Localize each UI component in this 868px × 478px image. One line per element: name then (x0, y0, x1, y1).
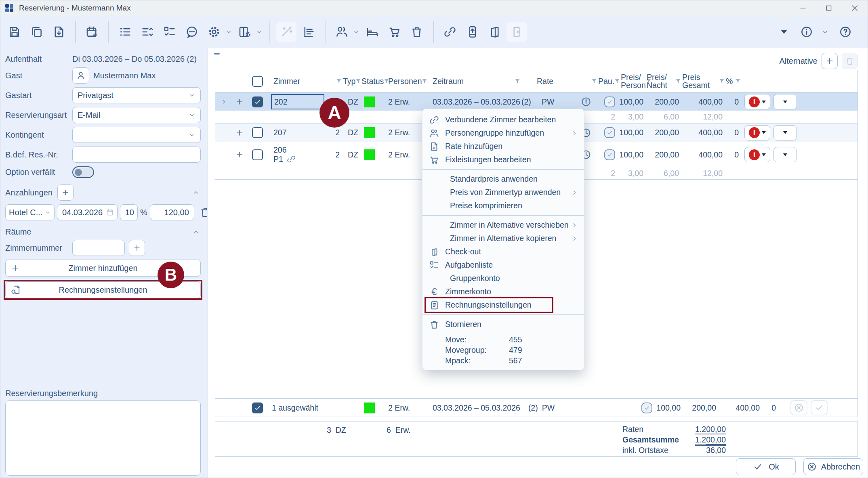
collapse-anzahlungen-icon[interactable] (192, 189, 200, 197)
col-typ[interactable]: Typ (343, 77, 355, 86)
menu-item-preis-von-zimmertyp[interactable]: Preis von Zimmertyp anwenden (422, 186, 584, 199)
shopping-cart-icon[interactable] (385, 22, 405, 42)
anzahlung-percent-input[interactable]: 10 (120, 204, 138, 220)
maximize-button[interactable] (816, 0, 842, 16)
selection-checkbox[interactable] (252, 403, 263, 413)
row-checkbox[interactable] (252, 96, 263, 107)
preis-person-cell[interactable]: 100,00 (621, 93, 647, 111)
chevron-down-icon[interactable] (225, 28, 233, 36)
prozent-cell[interactable]: 0 (726, 142, 742, 167)
col-preis-gesamt[interactable]: PreisGesamt (682, 73, 710, 90)
preis-nacht-cell[interactable]: 200,00 (647, 142, 682, 167)
add-alternative-button[interactable] (822, 53, 838, 69)
menu-item-alternative-kopieren[interactable]: Zimmer in Alternative kopieren (422, 232, 584, 245)
kontingent-select[interactable] (72, 127, 201, 143)
delete-icon[interactable] (407, 22, 427, 42)
menu-item-alternative-verschieben[interactable]: Zimmer in Alternative verschieben (422, 218, 584, 232)
anzahlung-date-input[interactable]: 04.03.2026 (57, 204, 118, 220)
apply-selection-button[interactable] (811, 400, 828, 415)
empty-dropdown[interactable] (773, 125, 797, 140)
bdef-res-nr-input[interactable] (72, 147, 201, 163)
preis-gesamt-cell[interactable]: 400,00 (682, 124, 726, 142)
splitter-grip[interactable] (214, 53, 220, 55)
anzahlung-amount-input[interactable]: 120,00 (150, 204, 194, 220)
task-list-icon[interactable] (160, 22, 180, 42)
guest-person-icon[interactable] (72, 67, 89, 84)
column-settings-icon[interactable] (235, 22, 255, 42)
reservierungsart-select[interactable]: E-Mail (72, 107, 201, 123)
status-green-indicator[interactable] (364, 127, 375, 138)
preis-gesamt-cell[interactable]: 400,00 (682, 142, 726, 167)
gastart-select[interactable]: Privatgast (72, 87, 201, 103)
dropdown-caret-icon[interactable] (781, 30, 787, 34)
settings-gear-icon[interactable] (204, 22, 224, 42)
chevron-down-icon[interactable] (821, 27, 830, 36)
cancel-button[interactable]: Abbrechen (803, 458, 863, 475)
zimmer-cell[interactable]: 207 (268, 124, 327, 142)
row-checkbox[interactable] (252, 127, 263, 138)
col-status[interactable]: Status (361, 77, 384, 86)
minimize-button[interactable] (790, 0, 816, 16)
pauschale-checkbox[interactable] (604, 96, 615, 107)
menu-item-personengruppe[interactable]: Personengruppe hinzufügen (422, 126, 584, 140)
status-green-indicator[interactable] (364, 149, 375, 160)
menu-item-standardpreis[interactable]: Standardpreis anwenden (422, 172, 584, 186)
row-expander-icon[interactable] (220, 98, 228, 106)
zimmer-cell[interactable]: 206 (273, 145, 296, 154)
col-preis-person[interactable]: Preis/Person (621, 73, 646, 90)
rate-info-dropdown[interactable]: i (744, 94, 770, 109)
menu-item-gruppenkonto[interactable]: Gruppenkonto (422, 272, 584, 285)
rate-structure-icon[interactable] (298, 22, 319, 42)
menu-item-stornieren[interactable]: Stornieren (422, 318, 584, 331)
col-prozent[interactable]: % (726, 77, 733, 86)
empty-dropdown[interactable] (773, 147, 797, 162)
row-add-icon[interactable] (235, 128, 244, 137)
info-icon[interactable] (797, 22, 817, 42)
rate-info-dropdown[interactable]: i (744, 125, 770, 140)
clear-selection-button[interactable] (790, 400, 807, 415)
chat-icon[interactable] (182, 22, 202, 42)
close-button[interactable] (842, 0, 868, 16)
pauschale-checkbox[interactable] (604, 127, 615, 138)
collapse-raeume-icon[interactable] (192, 228, 200, 236)
preis-person-cell[interactable]: 100,00 (621, 124, 647, 142)
add-zimmernummer-button[interactable] (129, 240, 145, 256)
col-pau[interactable]: Pau. (598, 77, 614, 86)
col-preis-nacht[interactable]: Preis/Nacht (647, 73, 667, 90)
row-add-icon[interactable] (235, 150, 244, 159)
option-verfaellt-toggle[interactable] (72, 166, 94, 178)
calendar-add-icon[interactable] (82, 22, 102, 42)
calendar-icon[interactable] (106, 208, 114, 216)
menu-item-rechnungseinstellungen[interactable]: Rechnungseinstellungen (422, 298, 584, 312)
device-upload-icon[interactable] (462, 22, 482, 42)
warning-icon[interactable] (580, 96, 592, 107)
rate-info-dropdown[interactable]: i (744, 147, 770, 162)
select-all-checkbox[interactable] (252, 76, 263, 87)
pauschale-checkbox[interactable] (641, 403, 652, 413)
preis-nacht-cell[interactable]: 200,00 (647, 124, 682, 142)
menu-item-check-out[interactable]: Check-out (422, 245, 584, 258)
chevron-down-icon[interactable] (352, 28, 360, 36)
anzahlung-account-select[interactable]: Hotel C... (5, 204, 55, 220)
menu-item-rate-hinzufuegen[interactable]: Rate hinzufügen (422, 140, 584, 153)
preis-nacht-cell[interactable]: 200,00 (647, 93, 682, 111)
prozent-cell[interactable]: 0 (726, 124, 742, 142)
menu-item-zimmerkonto[interactable]: €Zimmerkonto (422, 285, 584, 298)
preis-person-cell[interactable]: 100,00 (621, 142, 647, 167)
table-row-202[interactable]: 202 2 DZ 2 Erw. 03.03.2026 – 05.03.2026 … (215, 93, 857, 111)
link-icon[interactable] (440, 22, 460, 42)
preis-gesamt-cell[interactable]: 400,00 (682, 93, 726, 111)
sort-list-icon[interactable] (137, 22, 158, 42)
empty-dropdown[interactable] (773, 94, 797, 109)
col-zeitraum[interactable]: Zeitraum (433, 77, 464, 86)
person-group-icon[interactable] (332, 22, 352, 42)
chevron-down-icon[interactable] (255, 28, 263, 36)
row-add-icon[interactable] (235, 97, 244, 106)
check-in-door-icon[interactable] (484, 22, 504, 42)
menu-item-preise-komprimieren[interactable]: Preise komprimieren (422, 199, 584, 212)
menu-item-aufgabenliste[interactable]: Aufgabenliste (422, 258, 584, 272)
reservierungsbemerkung-textarea[interactable] (5, 400, 201, 476)
save-icon[interactable] (4, 22, 25, 42)
bed-icon[interactable] (362, 22, 383, 42)
menu-item-fixleistungen[interactable]: Fixleistungen bearbeiten (422, 153, 584, 166)
